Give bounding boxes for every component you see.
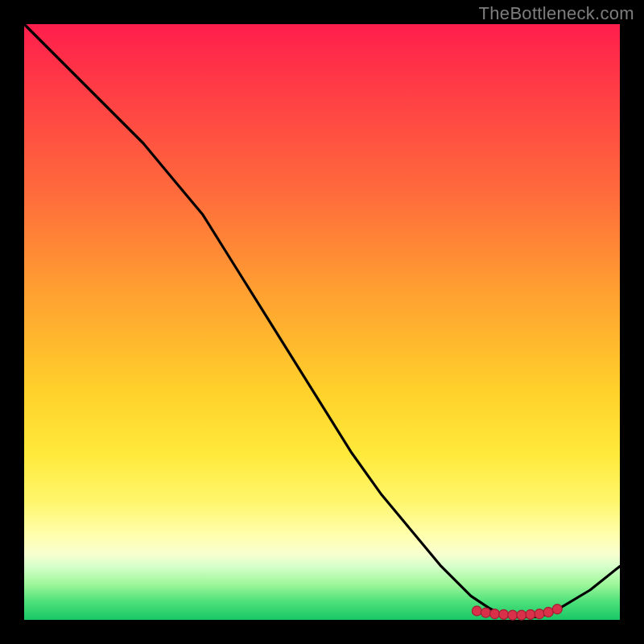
marker-dot xyxy=(535,609,544,619)
marker-dot xyxy=(552,605,562,614)
marker-dot xyxy=(499,609,509,619)
marker-dot xyxy=(490,609,500,619)
marker-dot xyxy=(543,607,553,617)
marker-dot xyxy=(526,609,535,619)
marker-dot xyxy=(508,610,518,620)
attribution-label: TheBottleneck.com xyxy=(479,3,634,24)
chart-frame: TheBottleneck.com xyxy=(0,0,644,644)
chart-overlay xyxy=(24,24,620,620)
plot-area xyxy=(24,24,620,620)
bottleneck-curve xyxy=(24,24,620,617)
marker-dot xyxy=(481,608,491,617)
marker-dot xyxy=(517,610,526,620)
marker-dot xyxy=(472,606,481,616)
